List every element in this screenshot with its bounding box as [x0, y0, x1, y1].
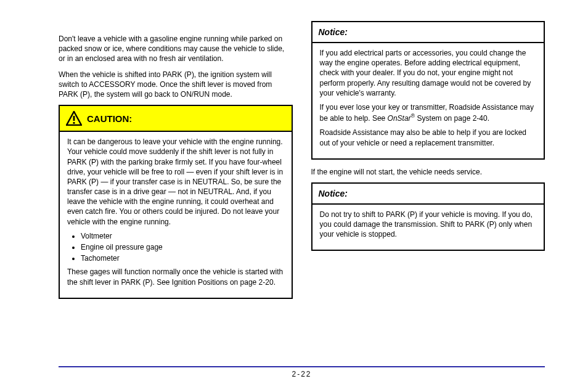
page-number: 2-22: [59, 370, 545, 378]
notice-2-body: Do not try to shift to PARK (P) if your …: [312, 205, 544, 250]
right-column: Notice: If you add electrical parts or a…: [311, 18, 545, 306]
caution-intro: It can be dangerous to leave your vehicl…: [67, 137, 284, 227]
onstar-name: OnStar: [388, 114, 411, 123]
caution-bullet: Tachometer: [81, 253, 284, 263]
left-paragraph-2: When the vehicle is shifted into PARK (P…: [59, 70, 293, 100]
caution-title: CAUTION:: [87, 113, 132, 124]
caution-bullet: Engine oil pressure gage: [81, 242, 284, 252]
notice-1-body: If you add electrical parts or accessori…: [312, 43, 544, 158]
notice-1-p2: If you ever lose your key or transmitter…: [320, 102, 537, 123]
caution-header: CAUTION:: [60, 106, 292, 132]
caution-outro: These gages will function normally once …: [67, 267, 284, 287]
warning-triangle-icon: [66, 111, 82, 126]
footer-rule: [59, 366, 545, 367]
caution-body: It can be dangerous to leave your vehicl…: [60, 132, 292, 298]
svg-rect-1: [73, 116, 75, 121]
caution-bullet: Voltmeter: [81, 231, 284, 241]
left-paragraph-1: Don't leave a vehicle with a gasoline en…: [59, 34, 293, 64]
between-paragraph: If the engine will not start, the vehicl…: [311, 167, 545, 177]
notice-1-p1: If you add electrical parts or accessori…: [320, 48, 537, 98]
notice-1-p3: Roadside Assistance may also be able to …: [320, 128, 537, 147]
svg-rect-2: [73, 122, 75, 124]
caution-list: Voltmeter Engine oil pressure gage Tacho…: [67, 231, 284, 264]
notice-box-1: Notice: If you add electrical parts or a…: [311, 21, 545, 160]
caution-box: CAUTION: It can be dangerous to leave yo…: [59, 105, 293, 299]
notice-1-p2-b: System on page 2-40.: [415, 114, 489, 123]
page-footer: 2-22: [59, 366, 545, 378]
left-column: Don't leave a vehicle with a gasoline en…: [59, 18, 293, 306]
notice-2-p1: Do not try to shift to PARK (P) if your …: [320, 210, 537, 240]
notice-1-header: Notice:: [312, 22, 544, 43]
notice-2-header: Notice:: [312, 184, 544, 205]
notice-box-2: Notice: Do not try to shift to PARK (P) …: [311, 182, 545, 251]
